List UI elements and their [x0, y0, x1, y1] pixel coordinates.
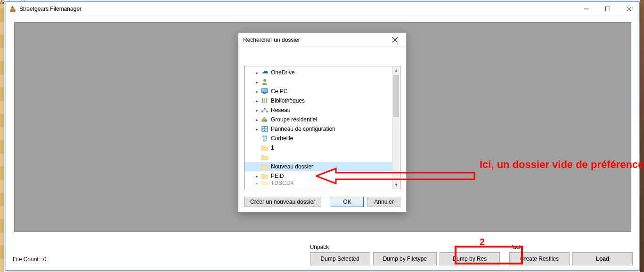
expand-icon[interactable]: ▸: [254, 107, 260, 113]
tree-item-label: TDSCD4: [271, 181, 293, 185]
libraries-icon: [261, 97, 269, 104]
annotation-text: Ici, un dossier vide de préférence: [480, 159, 644, 171]
tree-item-unnamed[interactable]: ▸: [245, 152, 392, 162]
create-new-folder-label: Créer un nouveau dossier: [250, 199, 315, 205]
load-label: Load: [596, 256, 610, 262]
folder-icon: [261, 172, 269, 180]
tree-item-panneau[interactable]: ▸ Panneau de configuration: [245, 124, 392, 134]
pack-group: Pack Create Resfiles Load: [509, 244, 633, 265]
folder-icon: [261, 153, 269, 161]
create-new-folder-button[interactable]: Créer un nouveau dossier: [244, 197, 321, 207]
app-title: Streetgears Filemanager: [19, 6, 82, 12]
ok-button[interactable]: OK: [331, 197, 364, 207]
tree-item-cepc[interactable]: ▸ Ce PC: [245, 87, 392, 96]
app-icon: [9, 5, 16, 13]
dump-by-filetype-label: Dump by Filetype: [383, 256, 427, 262]
tree-item-label: 1: [271, 144, 274, 151]
svg-rect-27: [265, 129, 267, 131]
expand-icon[interactable]: ▸: [254, 98, 260, 104]
minimize-button[interactable]: [576, 2, 597, 16]
svg-rect-13: [264, 98, 265, 103]
expand-icon[interactable]: ▸: [254, 70, 260, 75]
dump-by-filetype-button[interactable]: Dump by Filetype: [373, 252, 437, 265]
svg-rect-23: [261, 126, 268, 132]
homegroup-icon: [261, 116, 269, 123]
create-resfiles-label: Create Resfiles: [520, 256, 559, 262]
dialog-title: Rechercher un dossier: [243, 37, 300, 43]
svg-rect-0: [10, 9, 16, 12]
tree-item-peid[interactable]: ▸ PEiD: [245, 171, 392, 181]
dialog-tree-panel: ▸ OneDrive ▸ ▸ Ce PC ▸ Bibliothèques ▸: [244, 66, 400, 189]
network-icon: [261, 106, 269, 114]
close-button[interactable]: [618, 2, 639, 16]
svg-rect-25: [265, 127, 267, 128]
tree-item-1[interactable]: ▸ 1: [245, 143, 392, 152]
dialog-titlebar: Rechercher un dossier: [238, 33, 406, 47]
cancel-button[interactable]: Annuler: [367, 197, 400, 207]
svg-rect-26: [262, 129, 264, 131]
background-right-strip: [640, 0, 644, 272]
window-controls: [576, 2, 639, 16]
folder-icon: [261, 144, 269, 152]
svg-rect-1: [12, 6, 13, 8]
create-resfiles-button[interactable]: Create Resfiles: [509, 252, 570, 265]
dump-by-res-button[interactable]: Dump by Res: [440, 252, 500, 265]
bottom-bar: File Count : 0 Unpack Dump Selected Dump…: [6, 242, 639, 270]
tree-item-label: Panneau de configuration: [271, 126, 335, 132]
unpack-group: Unpack Dump Selected Dump by Filetype Du…: [310, 244, 500, 265]
svg-rect-24: [262, 127, 264, 128]
expand-icon[interactable]: ▸: [254, 88, 260, 94]
folder-icon: [261, 163, 269, 170]
expand-icon[interactable]: ▸: [254, 117, 260, 122]
tree-item-groupe[interactable]: ▸ Groupe résidentiel: [245, 115, 392, 124]
folder-tree[interactable]: ▸ OneDrive ▸ ▸ Ce PC ▸ Bibliothèques ▸: [245, 66, 392, 189]
tree-item-label: OneDrive: [271, 69, 295, 76]
expand-icon[interactable]: ▸: [254, 126, 260, 132]
tree-item-nouveau-dossier[interactable]: ▸ Nouveau dossier: [245, 162, 392, 171]
svg-rect-3: [605, 7, 610, 11]
svg-rect-28: [262, 136, 267, 136]
svg-rect-11: [263, 93, 266, 94]
tree-item-label: PEiD: [271, 173, 284, 179]
scroll-down-button[interactable]: ▼: [392, 181, 400, 189]
pack-group-label: Pack: [509, 244, 633, 250]
recycle-bin-icon: [261, 135, 269, 142]
tree-item-label: Corbeille: [271, 135, 293, 142]
scroll-up-button[interactable]: ▲: [392, 66, 400, 74]
dump-by-res-label: Dump by Res: [453, 256, 487, 262]
user-icon: [261, 78, 269, 86]
expand-icon[interactable]: ▸: [254, 181, 260, 185]
expand-icon[interactable]: ▸: [254, 79, 260, 85]
expand-icon[interactable]: ▸: [254, 173, 260, 179]
tree-item-label: Réseau: [271, 107, 290, 113]
tree-item-label: Groupe résidentiel: [271, 116, 317, 123]
svg-point-22: [263, 117, 266, 120]
svg-rect-10: [262, 89, 268, 92]
tree-item-onedrive[interactable]: ▸ OneDrive: [245, 68, 392, 77]
browse-folder-dialog: Rechercher un dossier ▸ OneDrive ▸ ▸ Ce …: [238, 32, 407, 212]
dialog-close-button[interactable]: [385, 34, 404, 46]
tree-item-corbeille[interactable]: ▸ Corbeille: [245, 134, 392, 143]
svg-rect-12: [262, 98, 263, 103]
cancel-label: Annuler: [374, 199, 393, 205]
folder-icon: [261, 181, 269, 185]
svg-point-8: [263, 79, 266, 82]
dialog-scrollbar[interactable]: ▲ ▼: [392, 66, 400, 189]
scroll-thumb[interactable]: [393, 75, 399, 117]
svg-line-19: [265, 109, 267, 112]
load-button[interactable]: Load: [572, 252, 633, 265]
onedrive-icon: [261, 69, 269, 76]
svg-line-18: [262, 109, 265, 112]
tree-item-truncated[interactable]: ▸ TDSCD4: [245, 181, 392, 185]
maximize-button[interactable]: [597, 2, 618, 16]
dialog-button-row: Créer un nouveau dossier OK Annuler: [244, 197, 400, 207]
annotation-number-2: 2: [480, 237, 485, 248]
tree-item-label: Ce PC: [271, 88, 287, 95]
tree-item-biblio[interactable]: ▸ Bibliothèques: [245, 96, 392, 105]
dump-selected-button[interactable]: Dump Selected: [310, 252, 370, 265]
dump-selected-label: Dump Selected: [321, 256, 359, 262]
titlebar: Streetgears Filemanager: [6, 2, 639, 16]
tree-item-user[interactable]: ▸: [245, 77, 392, 87]
tree-item-reseau[interactable]: ▸ Réseau: [245, 105, 392, 115]
this-pc-icon: [261, 88, 269, 95]
